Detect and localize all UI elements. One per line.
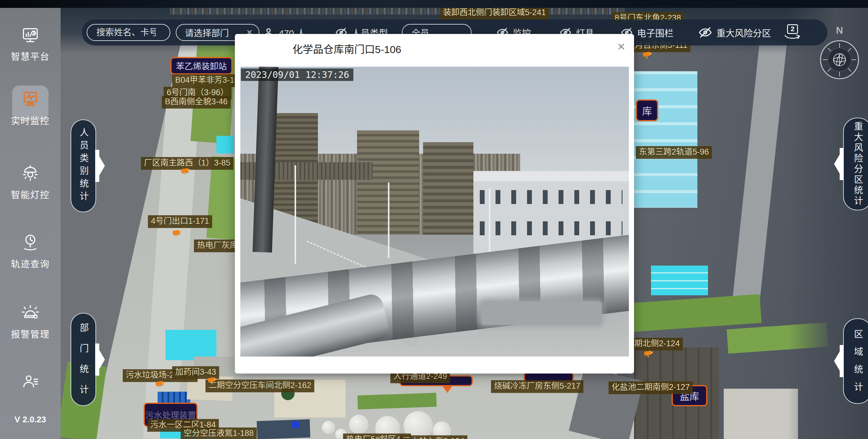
map-label: 厂区南主路西（1）3-85 (141, 157, 234, 170)
camera-icon[interactable] (173, 230, 180, 235)
camera-icon[interactable] (644, 350, 651, 356)
map-label: 污水站入东2-134 (399, 435, 467, 439)
department-placeholder: 请选择部门 (185, 26, 229, 39)
map-label: 空分空压液氮1-188 (181, 428, 257, 439)
close-icon[interactable]: ✕ (615, 40, 627, 53)
compass-inner (827, 48, 851, 72)
compass-north-label: N (820, 25, 859, 36)
map-label: 东第三跨2轨道5-96 (636, 146, 712, 159)
view-2d-toggle[interactable]: 2 (784, 24, 801, 40)
alarm-siren-icon (21, 303, 40, 323)
rotate-arrow-icon (784, 35, 801, 40)
sidebar-item-label: 智能灯控 (11, 187, 50, 201)
tab-label: 重大风险分区统计 (851, 122, 864, 206)
map-label: 二期空分空压车间北侧2-162 (206, 380, 314, 392)
tab-person-category-stats[interactable]: 人员类别统计 (71, 119, 96, 212)
map-label: 4号门出口1-171 (148, 215, 212, 228)
compass-widget[interactable] (820, 40, 859, 79)
tab-label: 部门统计 (77, 323, 90, 405)
map-label: 装卸西北侧门装卸区域5-241 (440, 7, 549, 20)
view-2d-icon: 2 (787, 24, 798, 34)
toggle-label: 电子围栏 (637, 26, 674, 39)
sidebar-item-label: 实时监控 (11, 113, 50, 127)
map-top-strip (0, 0, 868, 8)
trajectory-icon (21, 233, 40, 252)
camera-icon[interactable] (181, 168, 188, 173)
tab-department-stats[interactable]: 部门统计 (71, 313, 96, 406)
version-label: V 2.0.23 (0, 415, 61, 425)
dashboard-monitor-icon (21, 26, 40, 45)
sidebar-item-realtime-monitor[interactable]: 实时监控 (0, 90, 61, 127)
map-callout[interactable]: 库 (636, 99, 658, 121)
sidebar-item-trajectory-query[interactable]: 轨迹查询 (0, 233, 61, 270)
tab-label: 区域统计 (851, 329, 864, 400)
toggle-label: 重大风险分区 (716, 26, 771, 39)
camera-icon[interactable] (643, 52, 650, 57)
video-building-windows (480, 190, 623, 204)
camera-icon[interactable] (155, 381, 163, 386)
view-2d-number: 2 (791, 25, 794, 33)
sidebar-item-label: 智慧平台 (11, 49, 50, 62)
app-root: 苯乙烯装卸站污水处理装置盐库库8号门东北角2-238装卸西北侧门装卸区域5-24… (0, 0, 868, 439)
sidebar: 智慧平台 实时监控 智能灯控 (0, 0, 61, 439)
sidebar-item-personnel[interactable] (0, 372, 61, 396)
gyro-globe-icon (831, 51, 848, 68)
sidebar-item-smart-platform[interactable]: 智慧平台 (0, 26, 61, 62)
smart-light-icon (21, 164, 40, 183)
tab-area-stats[interactable]: 区域统计 (843, 318, 868, 404)
realtime-monitor-icon (21, 90, 40, 109)
toggle-major-risk-zone[interactable]: 重大风险分区 (698, 26, 771, 39)
map-label: 烧碱冷冻厂房东侧5-217 (491, 380, 583, 393)
video-light-pole (489, 188, 490, 258)
sidebar-item-label: 轨迹查询 (11, 257, 50, 270)
video-building-windows (480, 221, 623, 235)
eye-off-icon (698, 26, 712, 39)
tab-label: 人员类别统计 (77, 128, 90, 204)
map-label: B西南侧全貌3-46 (162, 96, 230, 109)
sidebar-item-label: 报警管理 (11, 327, 50, 340)
camera-video-frame: 2023/09/01 12:37:26 (240, 67, 629, 356)
map-label: 加药间3-43 (172, 366, 219, 379)
tab-major-risk-zone-stats[interactable]: 重大风险分区统计 (843, 118, 868, 210)
sidebar-item-smart-lighting[interactable]: 智能灯控 (0, 164, 61, 201)
map-label: B04甲苯非芳3-10 (172, 74, 242, 87)
video-light-pole (294, 165, 296, 264)
map-label: 化盐池二期南侧2-127 (609, 381, 693, 394)
map-callout[interactable]: 苯乙烯装卸站 (170, 57, 232, 75)
map-label: 热电厂灰库 (194, 239, 241, 252)
modal-title: 化学品仓库南门口5-106 (292, 41, 401, 56)
search-input[interactable] (96, 27, 156, 38)
video-timestamp: 2023/09/01 12:37:26 (241, 68, 353, 81)
video-plant-tower (423, 142, 474, 241)
redaction-overlay (481, 301, 601, 324)
person-list-icon (21, 372, 40, 392)
camera-feed-modal: 化学品仓库南门口5-106 ✕ 2023/09/01 12:37:26 (235, 34, 634, 374)
sidebar-item-alarm-management[interactable]: 报警管理 (0, 303, 61, 340)
video-light-pole (388, 182, 390, 258)
search-input-pill[interactable] (87, 24, 170, 41)
